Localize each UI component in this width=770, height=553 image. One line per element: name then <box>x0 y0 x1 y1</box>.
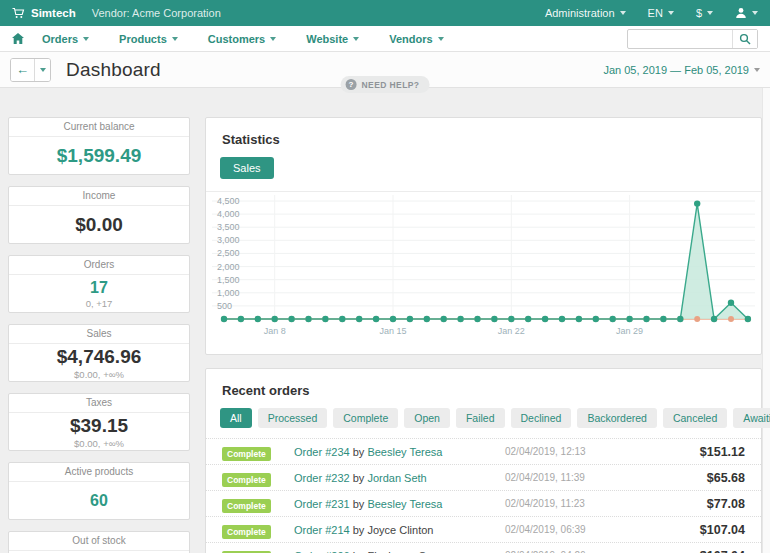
recent-orders-title: Recent orders <box>206 369 761 408</box>
menu-currency[interactable]: $ <box>696 7 713 19</box>
sales-tab[interactable]: Sales <box>220 157 274 179</box>
filter-tab-canceled[interactable]: Canceled <box>663 408 727 428</box>
svg-text:1,500: 1,500 <box>217 275 240 285</box>
stat-card-label: Taxes <box>9 394 189 413</box>
order-cell: Order #206 by Fleshman Sara <box>266 550 505 553</box>
brand[interactable]: Simtech <box>12 7 76 19</box>
status-badge: Complete <box>222 447 271 461</box>
chevron-down-icon <box>40 68 46 72</box>
back-dropdown[interactable] <box>34 59 50 81</box>
menu-currency-label: $ <box>696 7 702 19</box>
order-datetime: 02/04/2019, 12:13 <box>505 446 655 457</box>
stat-card-label: Active products <box>9 463 189 482</box>
stat-card-orders: Orders170, +17 <box>8 255 190 313</box>
stat-card-body: $39.15$0.00, +∞% <box>9 413 189 450</box>
cart-icon <box>12 7 25 19</box>
order-link[interactable]: Order #206 <box>294 550 350 553</box>
stat-card-subvalue: $0.00, +∞% <box>74 369 124 380</box>
nav-item-orders[interactable]: Orders <box>42 33 89 45</box>
order-filter-tabs: AllProcessedCompleteOpenFailedDeclinedBa… <box>206 408 761 438</box>
nav-item-label: Products <box>119 33 167 45</box>
nav-item-website[interactable]: Website <box>306 33 359 45</box>
stat-card-income: Income$0.00 <box>8 186 190 244</box>
stat-card-body: $1,599.49 <box>9 137 189 174</box>
home-button[interactable] <box>12 33 24 44</box>
filter-tab-failed[interactable]: Failed <box>456 408 505 428</box>
filter-tab-declined[interactable]: Declined <box>511 408 572 428</box>
nav-item-label: Vendors <box>389 33 432 45</box>
statistics-panel: Statistics Sales 5001,0001,5002,0002,500… <box>205 117 762 355</box>
status-badge-wrap: Complete <box>222 443 266 461</box>
scrollbar-track[interactable] <box>762 88 770 553</box>
need-help-button[interactable]: ? NEED HELP? <box>341 76 430 93</box>
customer-link[interactable]: Jordan Seth <box>367 472 426 484</box>
chevron-down-icon <box>620 11 626 15</box>
menu-language-label: EN <box>648 7 663 19</box>
main-nav: OrdersProductsCustomersWebsiteVendors <box>0 26 770 52</box>
order-total: $77.08 <box>655 497 745 511</box>
stat-card-value: $0.00 <box>75 214 123 236</box>
stat-card-body: 60 <box>9 482 189 519</box>
back-button[interactable]: ← <box>11 59 34 81</box>
order-row[interactable]: CompleteOrder #214 by Joyce Clinton02/04… <box>206 516 761 542</box>
menu-administration-label: Administration <box>545 7 615 19</box>
menu-language[interactable]: EN <box>648 7 674 19</box>
stat-card-label: Out of stock <box>9 532 189 551</box>
recent-orders-panel: Recent orders AllProcessedCompleteOpenFa… <box>205 368 762 553</box>
customer-link[interactable]: Beesley Teresa <box>367 446 442 458</box>
need-help-label: NEED HELP? <box>362 80 420 90</box>
by-label: by <box>353 498 365 510</box>
nav-item-products[interactable]: Products <box>119 33 178 45</box>
order-link[interactable]: Order #232 <box>294 472 350 484</box>
user-menu[interactable] <box>735 7 758 19</box>
chevron-down-icon <box>752 11 758 15</box>
sales-chart: 5001,0001,5002,0002,5003,0003,5004,0004,… <box>206 192 761 343</box>
chevron-down-icon <box>707 11 713 15</box>
order-link[interactable]: Order #234 <box>294 446 350 458</box>
customer-link[interactable]: Beesley Teresa <box>367 498 442 510</box>
stat-card-body: 170, +17 <box>9 275 189 312</box>
order-link[interactable]: Order #214 <box>294 524 350 536</box>
nav-item-customers[interactable]: Customers <box>208 33 276 45</box>
nav-item-label: Customers <box>208 33 265 45</box>
filter-tab-processed[interactable]: Processed <box>258 408 328 428</box>
stat-card-body: $4,746.96$0.00, +∞% <box>9 344 189 381</box>
filter-tab-all[interactable]: All <box>220 408 252 428</box>
filter-tab-awaiting-call[interactable]: Awaiting call <box>733 408 770 428</box>
order-link[interactable]: Order #231 <box>294 498 350 510</box>
search-input[interactable] <box>628 30 732 48</box>
stat-card-label: Current balance <box>9 118 189 137</box>
back-button-group: ← <box>10 58 51 82</box>
chevron-down-icon <box>353 37 359 41</box>
order-row[interactable]: CompleteOrder #206 by Fleshman Sara02/04… <box>206 542 761 553</box>
chevron-down-icon <box>172 37 178 41</box>
order-cell: Order #232 by Jordan Seth <box>266 472 505 484</box>
admin-dashboard: Simtech Vendor: Acme Corporation Adminis… <box>0 0 770 553</box>
search-button[interactable] <box>732 30 757 48</box>
filter-tab-complete[interactable]: Complete <box>333 408 398 428</box>
nav-item-label: Orders <box>42 33 78 45</box>
order-row[interactable]: CompleteOrder #234 by Beesley Teresa02/0… <box>206 438 761 464</box>
chevron-down-icon <box>438 37 444 41</box>
order-row[interactable]: CompleteOrder #231 by Beesley Teresa02/0… <box>206 490 761 516</box>
filter-tab-open[interactable]: Open <box>404 408 450 428</box>
stat-card-value: $4,746.96 <box>57 346 142 368</box>
order-row[interactable]: CompleteOrder #232 by Jordan Seth02/04/2… <box>206 464 761 490</box>
nav-items: OrdersProductsCustomersWebsiteVendors <box>42 33 444 45</box>
search-box <box>627 29 758 49</box>
top-bar: Simtech Vendor: Acme Corporation Adminis… <box>0 0 770 26</box>
svg-text:Jan 15: Jan 15 <box>379 326 406 336</box>
svg-text:500: 500 <box>217 301 232 311</box>
customer-label: Joyce Clinton <box>367 524 433 536</box>
nav-item-vendors[interactable]: Vendors <box>389 33 443 45</box>
stat-card-label: Orders <box>9 256 189 275</box>
date-range-picker[interactable]: Jan 05, 2019 — Feb 05, 2019 <box>603 64 760 76</box>
status-badge-wrap: Complete <box>222 521 266 539</box>
svg-text:2,000: 2,000 <box>217 262 240 272</box>
sales-chart-svg: 5001,0001,5002,0002,5003,0003,5004,0004,… <box>212 195 755 343</box>
order-cell: Order #234 by Beesley Teresa <box>266 446 505 458</box>
status-badge: Complete <box>222 525 271 539</box>
menu-administration[interactable]: Administration <box>545 7 626 19</box>
filter-tab-backordered[interactable]: Backordered <box>577 408 657 428</box>
svg-text:3,500: 3,500 <box>217 222 240 232</box>
